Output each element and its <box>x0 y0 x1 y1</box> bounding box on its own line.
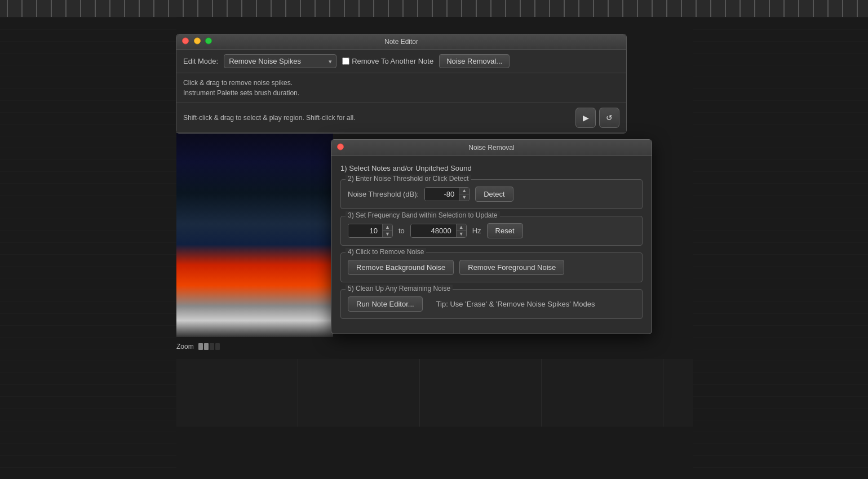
freq-from-wrapper: ▲ ▼ <box>348 224 393 238</box>
dialog-title: Noise Removal <box>468 144 514 152</box>
zoom-slider[interactable] <box>198 343 220 350</box>
edit-mode-select-wrapper[interactable]: Remove Noise Spikes Erase Select <box>224 54 336 68</box>
zoom-pip-3 <box>210 343 214 350</box>
threshold-input-wrapper: ▲ ▼ <box>424 187 470 201</box>
zoom-pip-1 <box>198 343 203 350</box>
step1-title: 1) Select Notes and/or Unpitched Sound <box>340 164 643 172</box>
to-label: to <box>398 227 405 235</box>
noise-removal-dialog: Noise Removal 1) Select Notes and/or Unp… <box>331 139 652 334</box>
play-controls: ▶ ↺ <box>575 108 619 128</box>
close-button[interactable] <box>182 38 189 45</box>
detect-button[interactable]: Detect <box>475 187 513 202</box>
dialog-traffic-lights <box>337 144 347 152</box>
freq-from-spinners: ▲ ▼ <box>382 224 392 237</box>
instruction-line-1: Click & drag to remove noise spikes. <box>183 78 619 88</box>
hz-label: Hz <box>472 227 481 235</box>
play-instruction: Shift-click & drag to select & play regi… <box>183 114 355 122</box>
dialog-titlebar: Noise Removal <box>331 140 652 156</box>
refresh-icon: ↺ <box>606 113 613 122</box>
step2-label: 2) Enter Noise Threshold or Click Detect <box>346 175 471 183</box>
threshold-spinners: ▲ ▼ <box>459 188 469 201</box>
step4-section: 4) Click to Remove Noise Remove Backgrou… <box>340 252 643 282</box>
play-icon: ▶ <box>583 113 589 122</box>
spectrogram-canvas <box>176 131 333 337</box>
remove-to-another-note-checkbox[interactable] <box>342 57 349 65</box>
noise-removal-button[interactable]: Noise Removal... <box>439 54 510 68</box>
zoom-pip-4 <box>215 343 220 350</box>
run-note-editor-button[interactable]: Run Note Editor... <box>348 296 423 312</box>
edit-mode-label: Edit Mode: <box>183 57 218 65</box>
play-button[interactable]: ▶ <box>575 108 596 128</box>
step3-form: ▲ ▼ to ▲ ▼ Hz Reset <box>348 223 635 238</box>
threshold-up[interactable]: ▲ <box>459 188 469 194</box>
threshold-label: Noise Threshold (dB): <box>348 190 419 198</box>
freq-from-up[interactable]: ▲ <box>383 224 392 230</box>
freq-to-down[interactable]: ▼ <box>457 230 466 237</box>
remove-to-another-note-label[interactable]: Remove To Another Note <box>342 57 433 65</box>
instruction-bar: Click & drag to remove noise spikes. Ins… <box>176 73 626 103</box>
freq-to-input[interactable] <box>411 224 456 237</box>
threshold-down[interactable]: ▼ <box>459 194 469 201</box>
traffic-lights <box>182 38 215 46</box>
freq-to-spinners: ▲ ▼ <box>456 224 466 237</box>
filmstrip-top <box>0 0 868 17</box>
refresh-button[interactable]: ↺ <box>599 108 619 128</box>
edit-mode-select[interactable]: Remove Noise Spikes Erase Select <box>224 54 336 68</box>
step3-section: 3) Set Frequency Band within Selection t… <box>340 216 643 246</box>
dialog-close-button[interactable] <box>337 144 344 150</box>
zoom-pip-2 <box>204 343 209 350</box>
step5-section: 5) Clean Up Any Remaining Noise Run Note… <box>340 289 643 319</box>
threshold-input[interactable] <box>425 188 459 201</box>
window-title: Note Editor <box>384 38 418 46</box>
grid-area <box>176 359 693 427</box>
freq-to-wrapper: ▲ ▼ <box>410 224 467 238</box>
checkbox-text: Remove To Another Note <box>352 57 433 65</box>
step3-label: 3) Set Frequency Band within Selection t… <box>346 211 500 219</box>
instruction-line-2: Instrument Palette sets brush duration. <box>183 88 619 98</box>
reset-button[interactable]: Reset <box>487 223 523 238</box>
freq-from-input[interactable] <box>348 224 382 237</box>
zoom-label: Zoom <box>176 343 194 351</box>
remove-foreground-noise-button[interactable]: Remove Foreground Noise <box>459 260 564 275</box>
step5-label: 5) Clean Up Any Remaining Noise <box>346 285 453 292</box>
tip-text: Tip: Use 'Erase' & 'Remove Noise Spikes'… <box>428 297 603 311</box>
left-panel <box>0 0 176 479</box>
remove-background-noise-button[interactable]: Remove Background Noise <box>348 260 454 275</box>
maximize-button[interactable] <box>205 38 212 45</box>
zoom-bar: Zoom <box>176 343 220 351</box>
step2-section: 2) Enter Noise Threshold or Click Detect… <box>340 179 643 209</box>
freq-from-down[interactable]: ▼ <box>383 230 392 237</box>
dialog-body: 1) Select Notes and/or Unpitched Sound 2… <box>331 156 652 334</box>
spectrogram-area <box>176 131 333 337</box>
note-editor-titlebar: Note Editor <box>176 34 626 50</box>
note-editor-window: Note Editor Edit Mode: Remove Noise Spik… <box>176 34 627 134</box>
play-bar: Shift-click & drag to select & play regi… <box>176 103 626 133</box>
freq-to-up[interactable]: ▲ <box>457 224 466 230</box>
step4-label: 4) Click to Remove Noise <box>346 248 426 256</box>
step4-buttons: Remove Background Noise Remove Foregroun… <box>348 260 635 275</box>
step5-form: Run Note Editor... Tip: Use 'Erase' & 'R… <box>348 296 635 312</box>
right-panel <box>693 0 868 479</box>
minimize-button[interactable] <box>194 38 201 45</box>
toolbar: Edit Mode: Remove Noise Spikes Erase Sel… <box>176 50 626 73</box>
step2-form: Noise Threshold (dB): ▲ ▼ Detect <box>348 187 635 202</box>
